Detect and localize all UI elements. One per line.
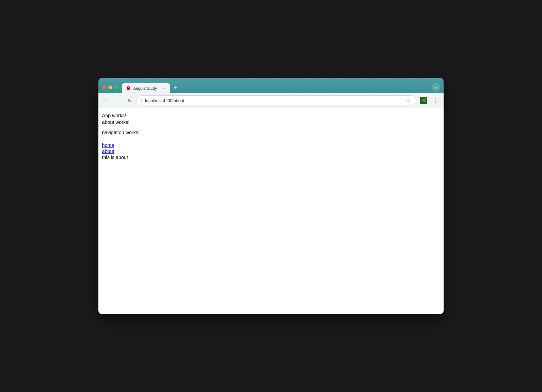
minimize-window-button[interactable] [108, 85, 112, 89]
this-is-about-text: this is about [102, 155, 440, 160]
about-works-text: about works! [102, 120, 440, 125]
address-bar[interactable]: ℹ localhost:4200/about ☆ [137, 95, 416, 105]
tab-title: AngularStudy [133, 86, 157, 91]
window-controls [102, 85, 122, 93]
active-tab[interactable]: AngularStudy × [122, 83, 170, 93]
maximize-window-button[interactable] [115, 85, 119, 89]
tab-close-button[interactable]: × [161, 86, 166, 91]
browser-menu-button[interactable]: ⋮ [431, 96, 440, 105]
app-works-text: App works! [102, 113, 440, 118]
extension-icon: 🌿 [420, 97, 427, 104]
bookmark-button[interactable]: ☆ [405, 98, 412, 103]
title-bar: AngularStudy × + ∨ [98, 78, 444, 93]
address-info-icon: ℹ [141, 98, 143, 103]
back-button[interactable]: ← [102, 96, 111, 105]
address-text: localhost:4200/about [145, 98, 403, 103]
forward-button[interactable]: → [114, 96, 123, 105]
navigation-works-text: navigation works! [102, 130, 440, 135]
about-link[interactable]: about [102, 149, 440, 154]
nav-bar: ← → ↻ ℹ localhost:4200/about ☆ 🌿 ⋮ [98, 93, 444, 108]
page-content: App works! about works! navigation works… [98, 108, 444, 314]
browser-window: AngularStudy × + ∨ ← → ↻ ℹ localhost:420… [98, 78, 444, 314]
extension-button[interactable]: 🌿 [419, 96, 428, 105]
reload-button[interactable]: ↻ [125, 96, 134, 105]
tab-favicon-icon [126, 86, 131, 91]
tabs-area: AngularStudy × + ∨ [122, 83, 440, 93]
tab-dropdown-button[interactable]: ∨ [431, 83, 440, 92]
svg-rect-3 [128, 88, 128, 88]
home-link[interactable]: home [102, 143, 440, 148]
new-tab-button[interactable]: + [171, 83, 180, 92]
close-window-button[interactable] [102, 85, 106, 89]
